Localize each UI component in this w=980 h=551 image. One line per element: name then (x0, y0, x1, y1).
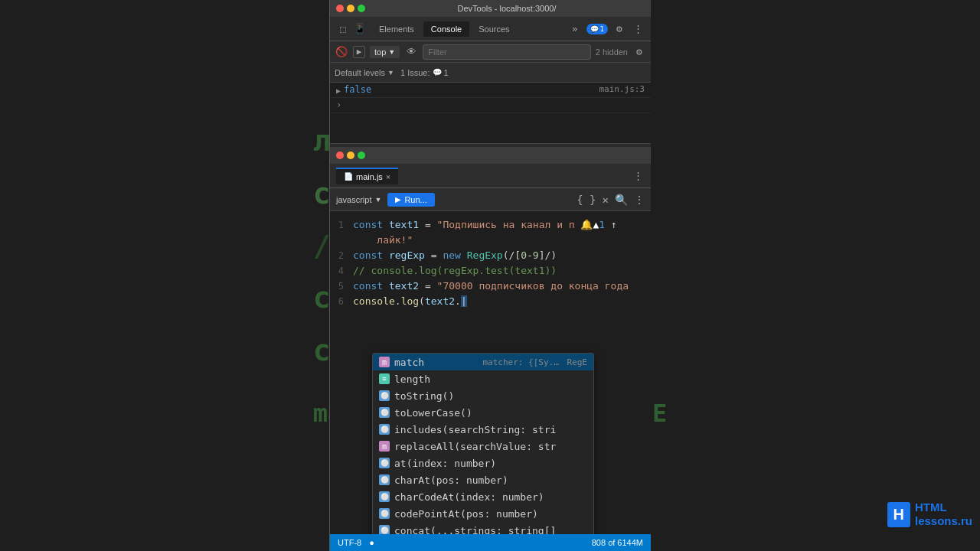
settings-icon[interactable]: ⚙ (612, 22, 626, 36)
console-value: false (344, 84, 371, 95)
ac-icon-includes: ⚪ (379, 424, 390, 435)
sources-traffic-lights (336, 152, 365, 159)
autocomplete-dropdown[interactable]: m match matcher: {[Sy... RegE ≡ length ⚪… (372, 353, 594, 534)
editor-more-icon[interactable]: ⋮ (634, 194, 645, 206)
sources-more-icon[interactable]: ⋮ (631, 169, 645, 183)
prompt-symbol: › (336, 99, 341, 110)
sources-dot-red[interactable] (336, 152, 344, 159)
context-chevron: ▼ (388, 48, 395, 56)
ac-label-tostring: toString() (394, 390, 587, 402)
breakpoints-icon[interactable]: ✕ (603, 194, 609, 206)
ac-label-tolowercase: toLowerCase() (394, 407, 587, 419)
devtools-window: DevTools - localhost:3000/ ⬚ 📱 Elements … (329, 0, 651, 551)
ac-item-concat[interactable]: ⚪ concat(...strings: string[] (373, 522, 593, 534)
ac-item-charcodeat[interactable]: ⚪ charCodeAt(index: number) (373, 488, 593, 505)
watermark-logo-box: H (887, 502, 910, 527)
ac-extra-match: RegE (567, 357, 588, 367)
ac-item-tostring[interactable]: ⚪ toString() (373, 387, 593, 404)
collapse-icon[interactable]: ▶ (353, 46, 365, 58)
ac-item-tolowercase[interactable]: ⚪ toLowerCase() (373, 404, 593, 421)
sources-dot-green[interactable] (358, 152, 365, 159)
ac-icon-codepointat: ⚪ (379, 508, 390, 519)
ac-item-charat[interactable]: ⚪ charAt(pos: number) (373, 471, 593, 488)
levels-selector[interactable]: Default levels ▼ (335, 68, 394, 77)
context-label: top (374, 47, 386, 57)
context-selector[interactable]: top ▼ (370, 46, 400, 58)
eye-icon[interactable]: 👁 (404, 45, 418, 59)
ac-label-includes: includes(searchString: stri (394, 424, 587, 435)
watermark-site: HTML lessons.ru (915, 500, 972, 528)
line-content-1: const text1 = "Подпишись на канал и п 🔔▲… (353, 217, 651, 233)
ac-icon-match: m (379, 357, 390, 367)
console-toolbar: 🚫 ▶ top ▼ 👁 2 hidden ⚙ (330, 41, 651, 63)
ac-item-length[interactable]: ≡ length (373, 370, 593, 387)
ac-icon-tostring: ⚪ (379, 390, 390, 401)
file-tab-main-js[interactable]: 📄 main.js × (336, 168, 398, 184)
error-badge: 💬 1 (586, 24, 608, 34)
search-in-file-icon[interactable]: 🔍 (615, 194, 628, 206)
ac-label-at: at(index: number) (394, 458, 587, 469)
ac-icon-charcodeat: ⚪ (379, 491, 390, 502)
language-name: javascript (336, 195, 371, 204)
language-selector[interactable]: javascript ▼ (336, 195, 381, 204)
console-settings-btn[interactable]: ⚙ (632, 45, 646, 59)
devtools-tab-bar: ⬚ 📱 Elements Console Sources » 💬 1 ⚙ ⋮ (330, 17, 651, 41)
more-tabs-btn[interactable]: » (568, 22, 582, 36)
sources-tab-bar: 📄 main.js × ⋮ (330, 164, 651, 188)
ac-item-match[interactable]: m match matcher: {[Sy... RegE (373, 354, 593, 370)
ac-item-at[interactable]: ⚪ at(index: number) (373, 455, 593, 471)
ac-item-replaceall[interactable]: m replaceAll(searchValue: str (373, 438, 593, 455)
sources-tab-more: ⋮ (631, 169, 645, 183)
dot-yellow[interactable] (347, 5, 354, 12)
tab-console[interactable]: Console (423, 21, 469, 37)
devtools-right-icons: » 💬 1 ⚙ ⋮ (568, 22, 645, 36)
ac-item-includes[interactable]: ⚪ includes(searchString: stri (373, 421, 593, 438)
device-icon[interactable]: 📱 (353, 22, 367, 36)
window-title: DevTools - localhost:3000/ (369, 4, 645, 13)
tab-elements[interactable]: Elements (371, 21, 422, 37)
clear-console-btn[interactable]: 🚫 (335, 45, 348, 59)
inspect-icon[interactable]: ⬚ (336, 22, 350, 36)
ac-label-charcodeat: charCodeAt(index: number) (394, 491, 587, 503)
console-row: ▶ false main.js:3 (330, 83, 651, 98)
tab-sources[interactable]: Sources (471, 21, 517, 37)
run-label: Run... (404, 195, 426, 204)
more-options-icon[interactable]: ⋮ (631, 22, 645, 36)
sources-dot-yellow[interactable] (347, 152, 354, 159)
ac-label-replaceall: replaceAll(searchValue: str (394, 441, 587, 452)
lang-chevron: ▼ (374, 196, 381, 204)
badge-count: 1 (600, 25, 604, 33)
ac-label-length: length (394, 373, 587, 385)
line-content-5: const text2 = "70000 подписчиков до конц… (353, 279, 651, 294)
run-button[interactable]: ▶ Run... (387, 193, 434, 207)
watermark: H HTML lessons.ru (887, 500, 972, 528)
position-label: 808 of 6144M (592, 538, 643, 547)
code-line-2-cont: лайк!" (330, 233, 651, 248)
issue-label: 1 Issue: (400, 68, 430, 77)
levels-label: Default levels (335, 68, 385, 77)
format-icon[interactable]: { } (577, 194, 596, 206)
line-num-1: 1 (330, 217, 353, 233)
source-editor-toolbar: javascript ▼ ▶ Run... { } ✕ 🔍 ⋮ (330, 188, 651, 211)
dot-green[interactable] (358, 5, 365, 12)
ac-icon-charat: ⚪ (379, 474, 390, 485)
ac-label-match: match (394, 357, 479, 368)
dot-red[interactable] (336, 5, 344, 12)
file-tab-name: main.js (356, 172, 383, 181)
file-tab-close[interactable]: × (386, 172, 390, 181)
play-icon: ▶ (395, 195, 401, 204)
tab-sources-label: Sources (479, 24, 509, 34)
filter-input[interactable] (423, 44, 591, 60)
status-indicator: ● (369, 538, 374, 547)
line-num-4: 4 (330, 263, 353, 279)
status-bar-right: 808 of 6144M (592, 538, 643, 547)
console-prompt-row[interactable]: › (330, 98, 651, 113)
status-bar: UTF-8 ● 808 of 6144M (330, 534, 651, 551)
code-line-5: 5 const text2 = "70000 подписчиков до ко… (330, 279, 651, 294)
encoding-label: UTF-8 (338, 538, 361, 547)
file-reference[interactable]: main.js:3 (599, 84, 645, 94)
code-editor[interactable]: 1 const text1 = "Подпишись на канал и п … (330, 211, 651, 534)
ac-item-codepointat[interactable]: ⚪ codePointAt(pos: number) (373, 505, 593, 522)
code-line-3: 2 const regExp = new RegExp(/[0-9]/) (330, 248, 651, 263)
expand-arrow[interactable]: ▶ (336, 86, 341, 95)
